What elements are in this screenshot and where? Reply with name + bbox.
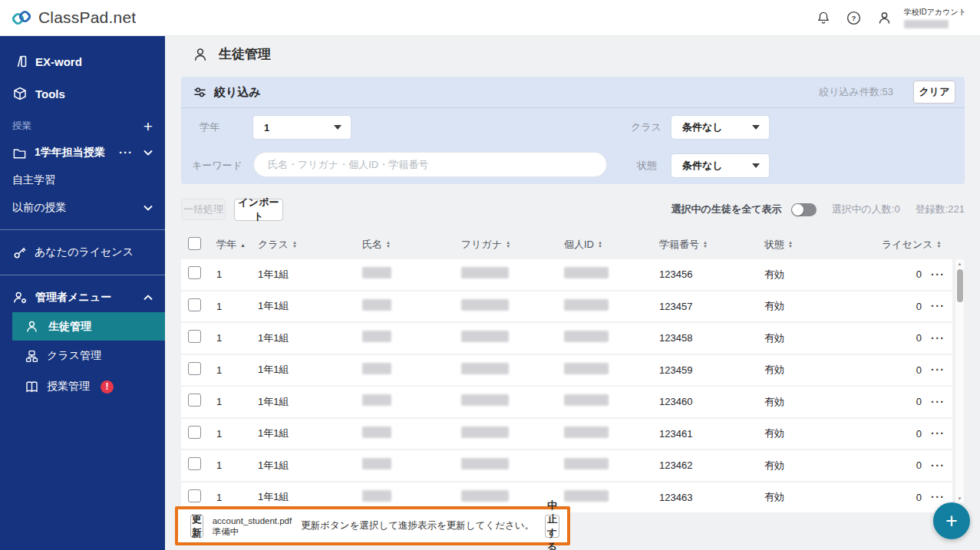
status-dropdown[interactable]: 条件なし	[671, 154, 769, 177]
class-dropdown[interactable]: 条件なし	[671, 116, 769, 139]
row-menu-button[interactable]: ···	[931, 272, 945, 278]
row-checkbox[interactable]	[188, 298, 201, 311]
column-header-status[interactable]: 状態▲▼	[758, 238, 876, 252]
cell-status: 有効	[758, 395, 876, 409]
column-header-license[interactable]: ライセンス▲▼	[876, 238, 952, 252]
sidebar-item-student-management[interactable]: 生徒管理	[12, 312, 165, 341]
sidebar-item-label: 自主学習	[12, 173, 55, 187]
filter-panel: 絞り込み 絞り込み件数:53 クリア 学年 1 クラス 条件なし キーワード 状…	[181, 77, 965, 184]
cell-license-count: 0	[882, 492, 922, 503]
redacted-furigana	[461, 394, 509, 406]
column-header-class[interactable]: クラス▲▼	[252, 238, 356, 252]
show-selected-label: 選択中の生徒を全て表示	[671, 203, 782, 216]
chevron-down-icon[interactable]	[144, 205, 153, 211]
row-menu-button[interactable]: ···	[931, 399, 945, 405]
clear-filter-button[interactable]: クリア	[913, 81, 955, 104]
chevron-up-icon[interactable]	[144, 295, 153, 301]
sidebar-item-previous-lessons[interactable]: 以前の授業	[0, 194, 165, 222]
keyword-label: キーワード	[192, 159, 243, 173]
table-toolbar: 一括処理 インポート 選択中の生徒を全て表示 選択中の人数:0 登録数:221	[181, 197, 965, 222]
cell-grade: 1	[210, 364, 252, 376]
column-header-student-no[interactable]: 学籍番号▲▼	[653, 238, 758, 252]
grade-dropdown-value: 1	[264, 122, 269, 133]
plus-icon: +	[945, 509, 958, 533]
student-person-icon	[25, 319, 39, 334]
redacted-furigana	[461, 458, 509, 469]
cell-status: 有効	[758, 363, 876, 377]
column-header-personal-id[interactable]: 個人ID▲▼	[558, 238, 653, 252]
row-menu-button[interactable]: ···	[931, 494, 945, 500]
column-header-name[interactable]: 氏名▲▼	[356, 238, 455, 252]
sidebar-item-exword[interactable]: EX-word	[0, 45, 165, 77]
select-all-checkbox[interactable]	[188, 237, 201, 250]
logo-text: ClassPad.net	[38, 8, 136, 27]
sidebar-item-lesson-management[interactable]: 授業管理 !	[0, 371, 165, 402]
sidebar: EX-word Tools 授業 + 1学年担当授業 ··· 自主学習	[0, 36, 165, 550]
cell-status: 有効	[758, 331, 876, 345]
cell-grade: 1	[210, 301, 252, 312]
filter-title: 絞り込み	[214, 85, 261, 100]
cell-license-count: 0	[882, 428, 922, 440]
logo[interactable]: ClassPad.net	[11, 7, 136, 28]
import-button[interactable]: インポート	[234, 199, 283, 221]
row-checkbox[interactable]	[188, 457, 201, 470]
status-dropdown-value: 条件なし	[682, 159, 723, 173]
row-checkbox[interactable]	[188, 426, 201, 439]
sidebar-item-tools[interactable]: Tools	[0, 77, 165, 110]
keyword-search-input[interactable]	[253, 152, 607, 177]
cell-license-count: 0	[882, 301, 922, 312]
scroll-up-icon[interactable]: ▲	[958, 259, 962, 268]
file-name: account_student.pdf	[213, 515, 292, 526]
table-row: 1 1年1組 123460 有効 0 ···	[181, 387, 952, 417]
row-checkbox[interactable]	[188, 394, 201, 407]
help-icon[interactable]: ?	[846, 9, 863, 26]
column-header-furigana[interactable]: フリガナ▲▼	[455, 238, 558, 252]
notifications-bell-icon[interactable]	[815, 9, 832, 26]
bulk-action-button[interactable]: 一括処理	[181, 199, 226, 220]
row-menu-button[interactable]: ···	[931, 463, 945, 469]
redacted-personal-id	[564, 458, 609, 469]
scrollbar-thumb[interactable]	[957, 269, 963, 302]
row-menu-button[interactable]: ···	[931, 367, 945, 373]
file-info: account_student.pdf 準備中	[213, 515, 292, 537]
folder-more-button[interactable]: ···	[119, 150, 133, 156]
row-menu-button[interactable]: ···	[931, 303, 945, 309]
exword-dictionary-icon	[12, 54, 28, 69]
grade-dropdown[interactable]: 1	[253, 116, 351, 139]
admin-user-gear-icon	[12, 290, 28, 305]
cell-status: 有効	[758, 459, 876, 473]
table-scrollbar[interactable]: ▲ ▼	[955, 259, 964, 503]
row-checkbox[interactable]	[188, 330, 201, 343]
cancel-button[interactable]: 中止する	[545, 515, 559, 538]
sidebar-item-class-management[interactable]: クラス管理	[0, 341, 165, 371]
redacted-student-name	[362, 426, 391, 438]
show-selected-toggle[interactable]	[791, 203, 817, 216]
chevron-down-icon	[752, 163, 760, 168]
cell-class: 1年1組	[252, 363, 356, 377]
chevron-down-icon[interactable]	[144, 150, 153, 156]
row-checkbox[interactable]	[188, 362, 201, 375]
refresh-button[interactable]: 更新	[190, 515, 203, 538]
row-menu-button[interactable]: ···	[931, 335, 945, 341]
table-body: 1 1年1組 123456 有効 0 ··· 1 1年1組 123457 有効 …	[181, 259, 952, 514]
column-header-grade[interactable]: 学年▲	[210, 238, 252, 252]
scroll-down-icon[interactable]: ▼	[958, 494, 962, 503]
row-checkbox[interactable]	[188, 489, 201, 502]
table-row: 1 1年1組 123459 有効 0 ···	[181, 355, 952, 386]
sidebar-item-label: 生徒管理	[48, 320, 91, 334]
table-row: 1 1年1組 123456 有効 0 ···	[181, 259, 952, 290]
class-label: クラス	[631, 120, 662, 134]
cell-student-no: 123458	[653, 332, 758, 344]
page-title-person-icon	[192, 46, 209, 63]
add-lesson-button[interactable]: +	[144, 118, 153, 134]
row-menu-button[interactable]: ···	[931, 430, 945, 436]
user-account-icon[interactable]	[876, 9, 893, 26]
sidebar-item-self-study[interactable]: 自主学習	[0, 166, 165, 194]
sidebar-item-admin-menu[interactable]: 管理者メニュー	[0, 283, 165, 312]
cell-class: 1年1組	[252, 426, 356, 440]
redacted-furigana	[461, 363, 509, 374]
add-student-fab[interactable]: +	[933, 502, 970, 539]
sidebar-item-grade1-folder[interactable]: 1学年担当授業 ···	[0, 139, 165, 166]
row-checkbox[interactable]	[188, 266, 201, 279]
sidebar-item-your-license[interactable]: あなたのライセンス	[0, 238, 165, 267]
